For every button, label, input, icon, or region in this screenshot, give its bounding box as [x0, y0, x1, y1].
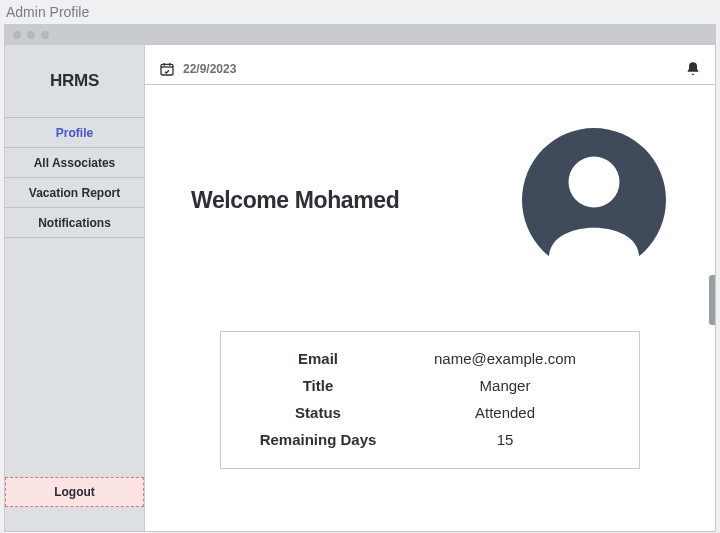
info-value: 15	[393, 431, 617, 448]
app-window: HRMS Profile All Associates Vacation Rep…	[4, 24, 716, 532]
sidebar-item-notifications[interactable]: Notifications	[5, 208, 144, 238]
info-row-title: Title Manger	[243, 377, 617, 394]
traffic-dot-icon	[13, 31, 21, 39]
traffic-dot-icon	[27, 31, 35, 39]
info-row-email: Email name@example.com	[243, 350, 617, 367]
avatar-icon	[519, 125, 669, 275]
main-panel: Welcome Mohamed Email name@example.com T…	[145, 85, 715, 531]
info-value: name@example.com	[393, 350, 617, 367]
welcome-heading: Welcome Mohamed	[191, 187, 399, 214]
date-display: 22/9/2023	[159, 61, 236, 77]
sidebar-item-all-associates[interactable]: All Associates	[5, 148, 144, 178]
scrollbar-handle[interactable]	[709, 275, 715, 325]
sidebar-item-vacation-report[interactable]: Vacation Report	[5, 178, 144, 208]
sidebar-bottom-gap	[5, 507, 144, 531]
hero-section: Welcome Mohamed	[191, 125, 669, 275]
window-title-bar	[5, 25, 715, 45]
sidebar: HRMS Profile All Associates Vacation Rep…	[5, 45, 145, 531]
bell-icon[interactable]	[685, 61, 701, 77]
brand-label: HRMS	[5, 45, 144, 118]
page-title: Admin Profile	[0, 0, 720, 24]
content-area: 22/9/2023 Welcome Mohamed	[145, 45, 715, 531]
traffic-dot-icon	[41, 31, 49, 39]
info-row-status: Status Attended	[243, 404, 617, 421]
info-label: Remaining Days	[243, 431, 393, 448]
info-row-remaining-days: Remaining Days 15	[243, 431, 617, 448]
calendar-icon	[159, 61, 175, 77]
info-label: Status	[243, 404, 393, 421]
svg-point-2	[569, 157, 620, 208]
info-label: Title	[243, 377, 393, 394]
info-value: Manger	[393, 377, 617, 394]
info-value: Attended	[393, 404, 617, 421]
info-label: Email	[243, 350, 393, 367]
svg-rect-0	[161, 64, 173, 75]
logout-button[interactable]: Logout	[5, 477, 144, 507]
info-card: Email name@example.com Title Manger Stat…	[220, 331, 640, 469]
date-text: 22/9/2023	[183, 62, 236, 76]
sidebar-item-profile[interactable]: Profile	[5, 118, 144, 148]
sidebar-nav: Profile All Associates Vacation Report N…	[5, 118, 144, 238]
sidebar-spacer	[5, 238, 144, 477]
topbar: 22/9/2023	[145, 53, 715, 85]
